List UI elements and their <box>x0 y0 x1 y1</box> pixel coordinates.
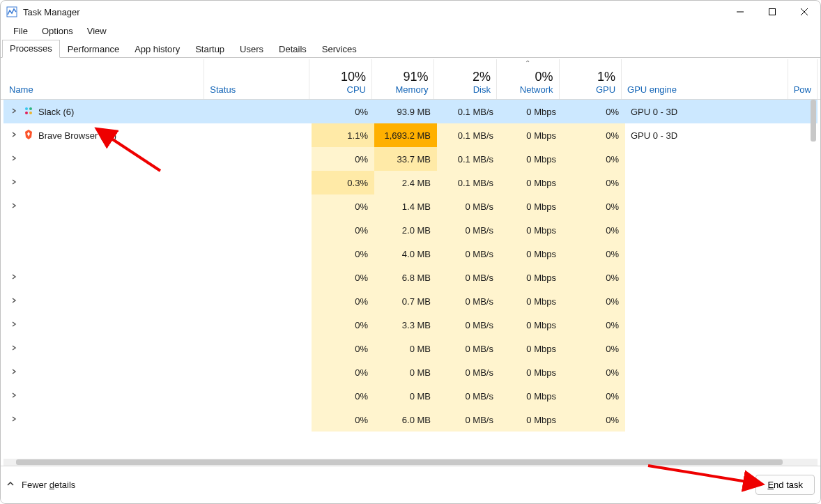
process-row[interactable]: 0%1.4 MB0 MB/s0 Mbps0% <box>3 194 818 218</box>
tab-details[interactable]: Details <box>271 40 314 58</box>
cpu-cell: 0% <box>312 384 374 408</box>
svg-point-5 <box>25 107 28 110</box>
fewer-details-label: Fewer details <box>22 480 75 490</box>
process-name-cell[interactable] <box>3 289 206 313</box>
expand-chevron-icon[interactable] <box>9 297 19 305</box>
disk-cell: 0.1 MB/s <box>437 100 500 123</box>
memory-cell: 6.0 MB <box>374 408 437 432</box>
col-memory[interactable]: 91%Memory <box>372 59 435 99</box>
window-controls <box>724 1 820 22</box>
minimize-button[interactable] <box>724 1 756 22</box>
process-name-cell[interactable]: Brave Browser (20) <box>3 123 206 147</box>
col-status[interactable]: Status <box>204 59 309 99</box>
process-row[interactable]: 0%3.3 MB0 MB/s0 Mbps0% <box>3 313 818 337</box>
process-row[interactable]: 0%0 MB0 MB/s0 Mbps0% <box>3 337 818 360</box>
cpu-cell: 1.1% <box>312 123 374 147</box>
tab-processes[interactable]: Processes <box>2 40 60 58</box>
process-row[interactable]: 0%6.8 MB0 MB/s0 Mbps0% <box>3 266 818 289</box>
expand-chevron-icon[interactable] <box>9 155 19 163</box>
expand-chevron-icon[interactable] <box>9 131 19 139</box>
network-cell: 0 Mbps <box>500 194 562 218</box>
process-name-cell[interactable] <box>3 408 206 432</box>
process-name-cell[interactable] <box>3 194 206 218</box>
col-disk[interactable]: 2%Disk <box>434 59 497 99</box>
tab-app-history[interactable]: App history <box>127 40 187 58</box>
col-gpu[interactable]: 1%GPU <box>560 59 622 99</box>
gpu-engine-cell: GPU 0 - 3D <box>625 123 792 147</box>
col-cpu[interactable]: 10%CPU <box>309 59 372 99</box>
process-row[interactable]: Brave Browser (20)1.1%1,693.2 MB0.1 MB/s… <box>3 123 818 147</box>
process-row[interactable]: 0%0.7 MB0 MB/s0 Mbps0% <box>3 289 818 313</box>
process-name-cell[interactable] <box>3 171 206 194</box>
expand-chevron-icon[interactable] <box>9 178 19 187</box>
horizontal-scrollbar[interactable] <box>3 459 818 466</box>
status-cell <box>206 384 312 408</box>
disk-cell: 0 MB/s <box>437 289 500 313</box>
expand-chevron-icon[interactable] <box>9 202 19 211</box>
expand-chevron-icon[interactable] <box>9 321 19 329</box>
status-cell <box>206 313 312 337</box>
network-cell: 0 Mbps <box>500 408 562 432</box>
maximize-button[interactable] <box>756 1 788 22</box>
expand-chevron-icon[interactable] <box>9 344 19 353</box>
tabbar: Processes Performance App history Startu… <box>1 38 820 58</box>
cpu-cell: 0% <box>312 194 374 218</box>
tab-services[interactable]: Services <box>314 40 365 58</box>
gpu-cell: 0% <box>562 123 625 147</box>
power-cell <box>792 194 818 218</box>
expand-chevron-icon[interactable] <box>9 368 19 376</box>
process-name-cell[interactable]: Slack (6) <box>3 100 206 123</box>
end-task-button[interactable]: End task <box>755 475 815 495</box>
gpu-cell: 0% <box>562 313 625 337</box>
process-row[interactable]: 0%0 MB0 MB/s0 Mbps0% <box>3 360 818 384</box>
expand-chevron-icon[interactable] <box>9 273 19 282</box>
process-name-cell[interactable] <box>3 337 206 360</box>
process-name-label: Brave Browser (20) <box>38 130 116 141</box>
expand-chevron-icon[interactable] <box>9 415 19 424</box>
col-name[interactable]: Name <box>3 59 204 99</box>
scrollbar-thumb[interactable] <box>16 459 783 465</box>
task-manager-icon <box>6 6 17 17</box>
svg-point-8 <box>29 112 32 114</box>
menu-file[interactable]: File <box>6 24 35 38</box>
process-name-cell[interactable] <box>3 384 206 408</box>
process-name-cell[interactable] <box>3 360 206 384</box>
process-row[interactable]: 0%6.0 MB0 MB/s0 Mbps0% <box>3 408 818 432</box>
vertical-scrollbar[interactable] <box>811 100 816 142</box>
tab-startup[interactable]: Startup <box>187 40 232 58</box>
process-row[interactable]: 0%33.7 MB0.1 MB/s0 Mbps0% <box>3 147 818 171</box>
status-cell <box>206 408 312 432</box>
fewer-details-button[interactable]: Fewer details <box>6 480 75 490</box>
process-name-cell[interactable] <box>3 147 206 171</box>
svg-rect-0 <box>7 7 17 17</box>
gpu-cell: 0% <box>562 242 625 266</box>
disk-cell: 0 MB/s <box>437 313 500 337</box>
col-gpu-engine[interactable]: GPU engine <box>622 59 788 99</box>
memory-cell: 4.0 MB <box>374 242 437 266</box>
gpu-engine-cell <box>625 242 792 266</box>
col-network[interactable]: ⌃0%Network <box>497 59 560 99</box>
power-cell <box>792 266 818 289</box>
process-row[interactable]: 0%4.0 MB0 MB/s0 Mbps0% <box>3 242 818 266</box>
expand-chevron-icon[interactable] <box>9 107 19 116</box>
process-name-cell[interactable] <box>3 266 206 289</box>
expand-chevron-icon[interactable] <box>9 392 19 400</box>
menu-options[interactable]: Options <box>35 24 80 38</box>
menu-view[interactable]: View <box>80 24 114 38</box>
status-cell <box>206 218 312 242</box>
brave-icon <box>23 129 34 142</box>
col-power[interactable]: Pow <box>788 59 818 99</box>
tab-performance[interactable]: Performance <box>60 40 127 58</box>
process-name-cell[interactable] <box>3 242 206 266</box>
close-button[interactable] <box>788 1 820 22</box>
process-row[interactable]: 0%2.0 MB0 MB/s0 Mbps0% <box>3 218 818 242</box>
gpu-cell: 0% <box>562 289 625 313</box>
status-cell <box>206 100 312 123</box>
network-cell: 0 Mbps <box>500 123 562 147</box>
process-name-cell[interactable] <box>3 313 206 337</box>
process-row[interactable]: 0%0 MB0 MB/s0 Mbps0% <box>3 384 818 408</box>
tab-users[interactable]: Users <box>232 40 271 58</box>
process-row[interactable]: Slack (6)0%93.9 MB0.1 MB/s0 Mbps0%GPU 0 … <box>3 100 818 123</box>
process-name-cell[interactable] <box>3 218 206 242</box>
process-row[interactable]: 0.3%2.4 MB0.1 MB/s0 Mbps0% <box>3 171 818 194</box>
